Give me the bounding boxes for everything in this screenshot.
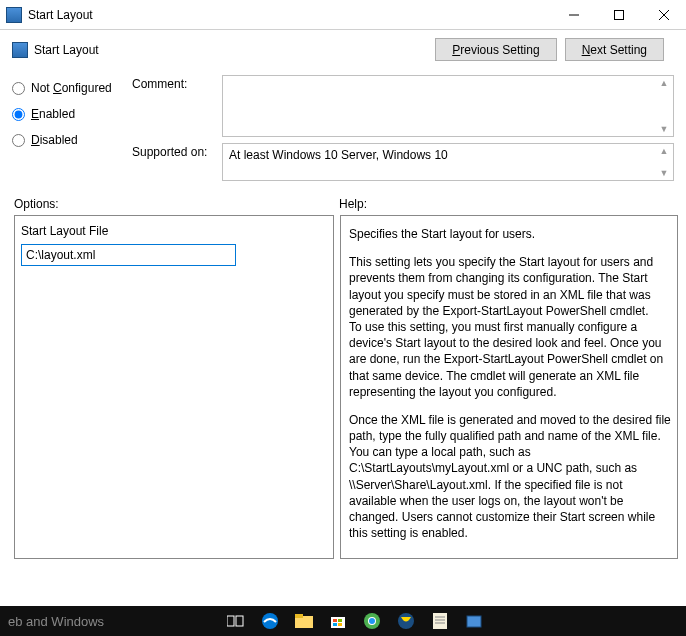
scroll-up-icon[interactable]: ▲ [657,146,671,156]
policy-name: Start Layout [34,43,435,57]
options-label: Options: [14,197,339,211]
svg-point-16 [369,618,375,624]
taskbar[interactable]: eb and Windows [0,606,686,636]
title-bar: Start Layout [0,0,686,30]
radio-not-configured[interactable]: Not Configured [12,81,132,95]
policy-icon [12,42,28,58]
explorer-icon[interactable] [288,606,320,636]
svg-rect-9 [331,617,345,628]
mmc-icon[interactable] [458,606,490,636]
svg-rect-8 [295,614,303,618]
file-label: Start Layout File [21,224,327,238]
help-panel: Specifies the Start layout for users. Th… [340,215,678,559]
close-button[interactable] [641,0,686,29]
next-setting-button[interactable]: Next Setting [565,38,664,61]
app-icon [6,7,22,23]
task-view-icon[interactable] [220,606,252,636]
maximize-button[interactable] [596,0,641,29]
supported-text: At least Windows 10 Server, Windows 10 ▲… [222,143,674,181]
svg-rect-5 [236,616,243,626]
options-panel: Start Layout File [14,215,334,559]
minimize-button[interactable] [551,0,596,29]
radio-enabled[interactable]: Enabled [12,107,132,121]
scroll-down-icon[interactable]: ▼ [657,168,671,178]
chrome-icon[interactable] [356,606,388,636]
svg-rect-11 [338,619,342,622]
comment-input[interactable]: ▲▼ [222,75,674,137]
scroll-up-icon[interactable]: ▲ [657,78,671,88]
header: Start Layout Previous Setting Next Setti… [0,30,686,75]
svg-rect-22 [467,616,481,627]
notepad-icon[interactable] [424,606,456,636]
radio-disabled[interactable]: Disabled [12,133,132,147]
svg-rect-12 [333,623,337,626]
help-text[interactable]: Specifies the Start layout for users. Th… [347,224,677,550]
start-layout-file-input[interactable] [21,244,236,266]
taskbar-search[interactable]: eb and Windows [0,614,220,629]
store-icon[interactable] [322,606,354,636]
edge-icon[interactable] [254,606,286,636]
window-title: Start Layout [28,8,551,22]
svg-rect-13 [338,623,342,626]
supported-label: Supported on: [132,143,222,181]
previous-setting-button[interactable]: Previous Setting [435,38,556,61]
svg-rect-1 [614,10,623,19]
svg-rect-10 [333,619,337,622]
svg-rect-4 [227,616,234,626]
scroll-down-icon[interactable]: ▼ [657,124,671,134]
help-label: Help: [339,197,367,211]
browser-icon[interactable] [390,606,422,636]
state-radios: Not Configured Enabled Disabled [12,75,132,187]
svg-rect-18 [433,613,447,629]
comment-label: Comment: [132,75,222,137]
